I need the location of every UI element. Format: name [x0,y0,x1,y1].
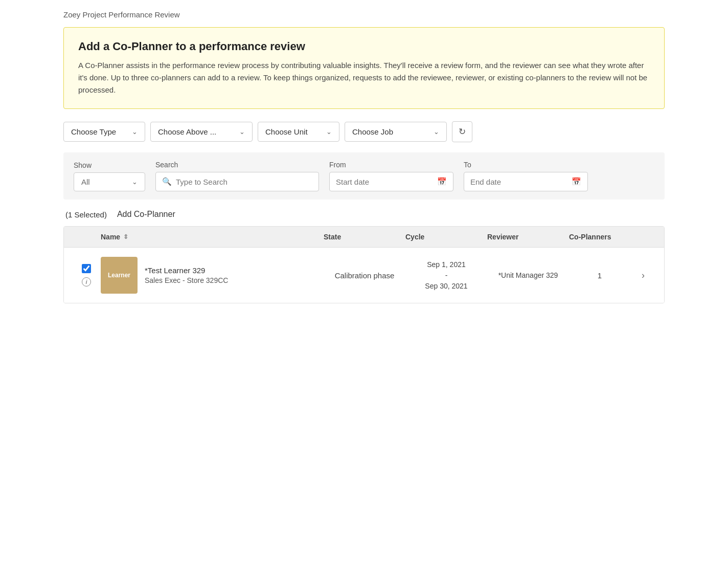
refresh-button[interactable]: ↻ [452,121,472,142]
from-field-group: From 📅 [329,161,453,191]
show-dropdown[interactable]: All ⌄ [74,172,145,191]
choose-unit-dropdown[interactable]: Choose Unit ⌄ [258,122,339,142]
chevron-down-icon: ⌄ [132,128,138,136]
chevron-down-icon: ⌄ [239,128,245,136]
show-field-group: Show All ⌄ [74,161,145,191]
name-header-label: Name [101,233,120,241]
row-checkbox[interactable] [82,264,91,273]
action-row: (1 Selected) Add Co-Planner [63,208,665,221]
from-date-input[interactable] [336,178,433,186]
table-row: i Learner *Test Learner 329 Sales Exec -… [64,248,664,303]
page-title: Zoey Project Performance Review [63,10,665,19]
to-field-group: To 📅 [464,161,588,191]
search-field-group: Search 🔍 [155,161,319,191]
show-value: All [81,178,90,186]
header-reviewer: Reviewer [487,233,569,241]
choose-above-dropdown[interactable]: Choose Above ... ⌄ [150,122,253,142]
to-date-input[interactable] [470,178,567,186]
chevron-down-icon: ⌄ [434,128,439,136]
info-box-title: Add a Co-Planner to a performance review [78,40,650,53]
info-icon[interactable]: i [82,277,91,286]
choose-type-label: Choose Type [71,127,116,136]
table-container: Name ⇕ State Cycle Reviewer Co-Planners … [63,226,665,303]
from-label: From [329,161,453,169]
cycle-dash: - [405,270,487,281]
header-name[interactable]: Name ⇕ [101,233,324,241]
cycle-end: Sep 30, 2021 [405,281,487,292]
to-date-wrapper: 📅 [464,172,588,191]
search-icon: 🔍 [162,177,172,186]
show-label: Show [74,161,145,169]
cycle-cell: Sep 1, 2021 - Sep 30, 2021 [405,259,487,292]
to-label: To [464,161,588,169]
choose-job-dropdown[interactable]: Choose Job ⌄ [345,122,447,142]
reviewer-cell: *Unit Manager 329 [487,271,569,279]
chevron-down-icon: ⌄ [132,178,138,186]
selected-count: (1 Selected) [65,210,107,219]
info-box-body: A Co-Planner assists in the performance … [78,59,650,96]
search-input[interactable] [176,178,312,186]
header-state: State [324,233,405,241]
chevron-down-icon: ⌄ [326,128,332,136]
add-coplanner-button[interactable]: Add Co-Planner [117,208,175,221]
choose-type-dropdown[interactable]: Choose Type ⌄ [63,122,145,142]
calendar-icon: 📅 [572,177,581,186]
choose-above-label: Choose Above ... [158,127,216,136]
search-label: Search [155,161,319,169]
state-cell: Calibration phase [324,271,405,280]
avatar-label: Learner [108,272,130,279]
search-input-wrapper: 🔍 [155,172,319,191]
from-date-wrapper: 📅 [329,172,453,191]
learner-cell: Learner *Test Learner 329 Sales Exec - S… [101,257,324,294]
avatar: Learner [101,257,138,294]
learner-info: *Test Learner 329 Sales Exec - Store 329… [145,266,228,284]
header-coplanners: Co-Planners [569,233,630,241]
coplanners-cell: 1 [569,271,630,280]
row-expand-button[interactable]: › [630,270,656,281]
table-header: Name ⇕ State Cycle Reviewer Co-Planners [64,227,664,248]
search-row: Show All ⌄ Search 🔍 From 📅 To � [63,152,665,200]
choose-unit-label: Choose Unit [265,127,308,136]
learner-subtitle: Sales Exec - Store 329CC [145,276,228,284]
filter-row: Choose Type ⌄ Choose Above ... ⌄ Choose … [63,121,665,142]
info-box: Add a Co-Planner to a performance review… [63,27,665,109]
refresh-icon: ↻ [459,126,466,137]
calendar-icon: 📅 [437,177,447,186]
sort-icon: ⇕ [123,233,128,240]
header-cycle: Cycle [405,233,487,241]
learner-name: *Test Learner 329 [145,266,228,275]
checkbox-cell: i [72,264,101,286]
cycle-start: Sep 1, 2021 [405,259,487,270]
choose-job-label: Choose Job [352,127,393,136]
